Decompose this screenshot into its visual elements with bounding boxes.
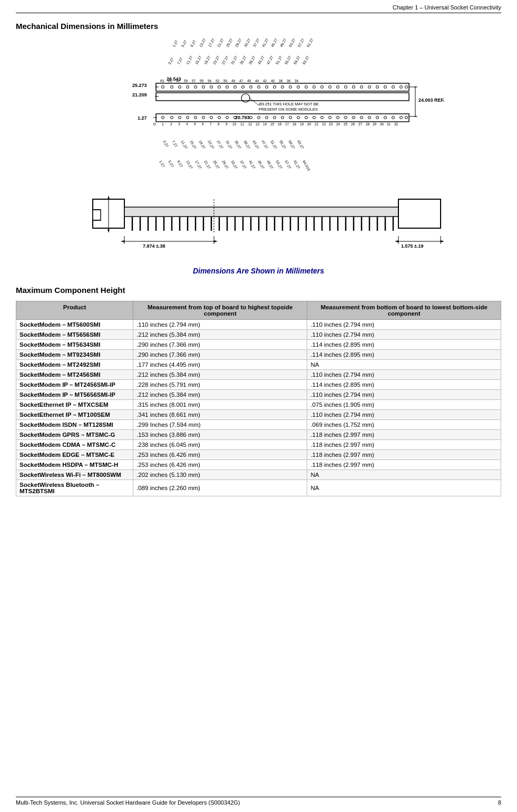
col-header-top: Measurement from top of board to highest… bbox=[133, 301, 307, 320]
product-cell: SocketModem – MT2492SMI bbox=[16, 360, 133, 370]
svg-text:59: 59 bbox=[184, 79, 188, 83]
table-row: SocketEthernet IP – MTXCSEM.315 inches (… bbox=[16, 400, 501, 410]
svg-text:4: 4 bbox=[186, 122, 188, 126]
bottom-measurement-cell: .114 inches (2.895 mm) bbox=[307, 380, 501, 390]
product-cell: SocketModem – MT5634SMI bbox=[16, 340, 133, 350]
svg-text:27: 27 bbox=[358, 122, 363, 126]
svg-text:19: 19 bbox=[300, 122, 304, 126]
table-row: SocketModem EDGE – MTSMC-E.253 inches (6… bbox=[16, 450, 501, 460]
mechanical-diagram: 1.27 5.27 9.27 13.27 17.27 21.27 25.27 2… bbox=[61, 36, 456, 262]
svg-text:18: 18 bbox=[292, 122, 297, 126]
top-measurement-cell: .253 inches (6.426 mm) bbox=[133, 460, 307, 470]
bottom-measurement-cell: .069 inches (1.752 mm) bbox=[307, 420, 501, 430]
bottom-measurement-cell: .110 inches (2.794 mm) bbox=[307, 320, 501, 330]
top-measurement-cell: .253 inches (6.426 mm) bbox=[133, 450, 307, 460]
svg-text:42: 42 bbox=[263, 79, 267, 83]
svg-text:25.273: 25.273 bbox=[132, 83, 147, 88]
bottom-measurement-cell: .118 inches (2.997 mm) bbox=[307, 430, 501, 440]
page-header: Chapter 1 – Universal Socket Connectivit… bbox=[16, 4, 501, 13]
product-cell: SocketModem – MT9234SMI bbox=[16, 350, 133, 360]
svg-text:21.209: 21.209 bbox=[132, 92, 147, 97]
svg-text:31: 31 bbox=[387, 122, 391, 126]
bottom-measurement-cell: NA bbox=[307, 480, 501, 496]
svg-text:7: 7 bbox=[210, 122, 212, 126]
table-row: SocketModem GPRS – MTSMC-G.153 inches (3… bbox=[16, 430, 501, 440]
svg-text:55: 55 bbox=[200, 79, 204, 83]
svg-text:24: 24 bbox=[336, 122, 340, 126]
svg-text:20.793: 20.793 bbox=[235, 115, 250, 120]
section1-title: Mechanical Dimensions in Millimeters bbox=[16, 22, 501, 31]
svg-text:20: 20 bbox=[307, 122, 311, 126]
product-cell: SocketModem HSDPA – MTSMC-H bbox=[16, 460, 133, 470]
table-row: SocketWireless Wi-Fi – MT800SWM.202 inch… bbox=[16, 470, 501, 480]
svg-text:Ø3.251 THIS HOLE MAY NOT BE: Ø3.251 THIS HOLE MAY NOT BE bbox=[259, 102, 319, 106]
svg-text:34: 34 bbox=[295, 79, 299, 83]
table-row: SocketModem IP – MT2456SMI-IP.228 inches… bbox=[16, 380, 501, 390]
svg-text:1.575  ±.19: 1.575 ±.19 bbox=[401, 243, 423, 249]
bottom-measurement-cell: .110 inches (2.794 mm) bbox=[307, 370, 501, 380]
product-cell: SocketModem EDGE – MTSMC-E bbox=[16, 450, 133, 460]
svg-text:50: 50 bbox=[223, 79, 228, 83]
bottom-measurement-cell: NA bbox=[307, 360, 501, 370]
svg-text:17: 17 bbox=[285, 122, 289, 126]
bottom-measurement-cell: .110 inches (2.794 mm) bbox=[307, 390, 501, 400]
diagram-caption: Dimensions Are Shown in Millimeters bbox=[16, 267, 501, 275]
diagram-container: 1.27 5.27 9.27 13.27 17.27 21.27 25.27 2… bbox=[16, 36, 501, 262]
top-measurement-cell: .228 inches (5.791 mm) bbox=[133, 380, 307, 390]
bottom-measurement-cell: NA bbox=[307, 470, 501, 480]
svg-text:6: 6 bbox=[202, 122, 204, 126]
table-row: SocketModem – MT5656SMI.212 inches (5.38… bbox=[16, 330, 501, 340]
table-row: SocketEthernet IP – MT100SEM.341 inches … bbox=[16, 410, 501, 420]
product-cell: SocketWireless Bluetooth – MTS2BTSMI bbox=[16, 480, 133, 496]
svg-text:54: 54 bbox=[208, 79, 212, 83]
svg-text:21: 21 bbox=[315, 122, 319, 126]
bottom-measurement-cell: .114 inches (2.895 mm) bbox=[307, 350, 501, 360]
svg-text:47: 47 bbox=[239, 79, 243, 83]
table-row: SocketModem – MT5634SMI.290 inches (7.36… bbox=[16, 340, 501, 350]
bottom-measurement-cell: .118 inches (2.997 mm) bbox=[307, 450, 501, 460]
svg-text:40: 40 bbox=[271, 79, 275, 83]
bottom-measurement-cell: .118 inches (2.997 mm) bbox=[307, 460, 501, 470]
svg-text:29: 29 bbox=[373, 122, 377, 126]
table-row: SocketModem – MT5600SMI.110 inches (2.79… bbox=[16, 320, 501, 330]
svg-text:8: 8 bbox=[218, 122, 220, 126]
svg-text:57: 57 bbox=[192, 79, 196, 83]
table-row: SocketModem ISDN – MT128SMI.299 Inches (… bbox=[16, 420, 501, 430]
product-cell: SocketEthernet IP – MTXCSEM bbox=[16, 400, 133, 410]
svg-text:7.874  ±.38: 7.874 ±.38 bbox=[143, 243, 165, 249]
page-footer: Multi-Tech Systems, Inc. Universal Socke… bbox=[16, 797, 501, 806]
svg-rect-205 bbox=[124, 207, 398, 217]
col-header-product: Product bbox=[16, 301, 133, 320]
svg-text:11: 11 bbox=[240, 122, 245, 126]
svg-text:28: 28 bbox=[366, 122, 370, 126]
product-cell: SocketWireless Wi-Fi – MT800SWM bbox=[16, 470, 133, 480]
svg-text:1: 1 bbox=[162, 122, 164, 126]
svg-text:9: 9 bbox=[226, 122, 228, 126]
component-height-table: Product Measurement from top of board to… bbox=[16, 301, 501, 496]
top-measurement-cell: .212 inches (5.384 mm) bbox=[133, 370, 307, 380]
svg-text:49: 49 bbox=[231, 79, 236, 83]
product-cell: SocketModem – MT5656SMI bbox=[16, 330, 133, 340]
svg-text:3: 3 bbox=[178, 122, 180, 126]
top-measurement-cell: .238 inches (6.045 mm) bbox=[133, 440, 307, 450]
svg-text:26: 26 bbox=[351, 122, 355, 126]
top-measurement-cell: .299 Inches (7.594 mm) bbox=[133, 420, 307, 430]
svg-text:PRESENT ON SOME MODULES: PRESENT ON SOME MODULES bbox=[259, 107, 318, 112]
svg-text:36: 36 bbox=[287, 79, 291, 83]
svg-text:63: 63 bbox=[160, 79, 164, 83]
top-measurement-cell: .341 inches (8.661 mm) bbox=[133, 410, 307, 420]
svg-text:44: 44 bbox=[255, 79, 259, 83]
svg-text:32: 32 bbox=[394, 122, 398, 126]
footer-right: 8 bbox=[498, 799, 501, 806]
top-measurement-cell: .177 inches (4.495 mm) bbox=[133, 360, 307, 370]
svg-text:25: 25 bbox=[344, 122, 348, 126]
top-measurement-cell: .290 inches (7.366 mm) bbox=[133, 340, 307, 350]
svg-text:0: 0 bbox=[153, 122, 156, 126]
table-row: SocketModem HSDPA – MTSMC-H.253 inches (… bbox=[16, 460, 501, 470]
footer-left: Multi-Tech Systems, Inc. Universal Socke… bbox=[16, 799, 240, 806]
top-measurement-cell: .315 inches (8.001 mm) bbox=[133, 400, 307, 410]
top-measurement-cell: .290 inches (7.366 mm) bbox=[133, 350, 307, 360]
product-cell: SocketEthernet IP – MT100SEM bbox=[16, 410, 133, 420]
svg-text:10: 10 bbox=[232, 122, 237, 126]
product-cell: SocketModem IP – MT5656SMI-IP bbox=[16, 390, 133, 400]
